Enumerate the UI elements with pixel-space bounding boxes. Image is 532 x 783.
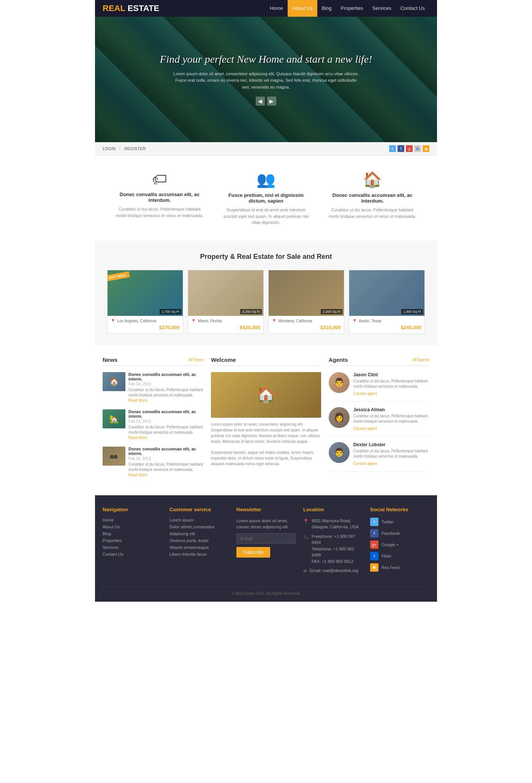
property-card-1[interactable]: HOT DEAL 2,700 Sq Ft 📍 Los Angeles, Cali… — [107, 270, 183, 334]
nav-home[interactable]: Home — [265, 0, 288, 17]
agent-item-2: 👩 Jessica Alman Curabitur ut dui lacus. … — [329, 407, 429, 437]
agent-text-2: Curabitur ut dui lacus. Pellentesque hab… — [353, 414, 429, 424]
footer-cs-5[interactable]: Aliquet semperaugue — [169, 545, 229, 550]
feature-2-title: Fusce pretium, nisl et dignissim dictum,… — [220, 192, 312, 204]
hero-prev-arrow[interactable]: ◀ — [256, 97, 265, 106]
welcome-header: Welcome — [211, 357, 321, 366]
hot-deal-badge-1: HOT DEAL — [108, 271, 130, 281]
main-nav: Home About Us Blog Properties Services C… — [265, 0, 429, 17]
footer-newsletter-text: Lorem ipsum dolor sit amet, consec tetue… — [236, 518, 296, 530]
property-info-3: 📍 Montarey, California $310,000 — [269, 316, 344, 333]
footer-nav-home[interactable]: Home — [103, 518, 162, 522]
news-item-1-title: Donec convallis accumsan elit, ac interm… — [128, 372, 203, 381]
login-link[interactable]: LOGIN — [103, 146, 116, 151]
news-item-1: 🏠 Donec convallis accumsan elit, ac inte… — [103, 372, 203, 403]
property-card-3[interactable]: 2,200 Sq Ft 📍 Montarey, California $310,… — [268, 270, 344, 334]
social-rss-row: ◉ Rss Feed — [370, 563, 429, 572]
toolbar-twitter-icon[interactable]: t — [389, 145, 396, 152]
nav-properties[interactable]: Properties — [336, 0, 368, 17]
toolbar-gplus-icon[interactable]: g — [406, 145, 413, 152]
hero-next-arrow[interactable]: ▶ — [267, 97, 276, 106]
facebook-label[interactable]: Facebook — [382, 531, 400, 536]
property-price-2: $420,000 — [191, 325, 260, 330]
logo-real: REAL — [103, 3, 125, 13]
property-card-2[interactable]: 3,250 Sq Ft 📍 Miami, Florida $420,000 — [188, 270, 264, 334]
social-twitter-row: t Twitter — [370, 518, 429, 526]
feature-3-icon: 🏠 — [327, 171, 418, 189]
property-location-2: 📍 Miami, Florida — [191, 319, 260, 323]
footer-cs-2[interactable]: Dolor sitmet,consectetur — [169, 525, 229, 529]
footer-cs-4[interactable]: Vivamus porta, turpis — [169, 538, 229, 543]
header: REAL ESTATE Home About Us Blog Propertie… — [95, 0, 437, 17]
news-item-3-read-more[interactable]: Read More — [128, 473, 147, 477]
footer-nav-col: Navigation Home About Us Blog Properties… — [103, 507, 162, 577]
news-item-2-read-more[interactable]: Read More — [128, 436, 147, 440]
toolbar-flickr-icon[interactable]: ⁂ — [414, 145, 421, 152]
newsletter-subscribe-button[interactable]: Subscribe — [236, 547, 270, 558]
flickr-label[interactable]: Flickr — [382, 554, 391, 558]
agent-photo-1: 👨 — [329, 372, 350, 393]
social-facebook-row: f Facebook — [370, 529, 429, 537]
register-link[interactable]: REGISTER — [124, 146, 146, 151]
lower-section: News All News 🏠 Donec convallis accumsan… — [95, 345, 437, 495]
agent-info-1: Jason Clint Curabitur ut dui lacus. Pell… — [353, 372, 429, 396]
footer-copyright: © Real Estate 2013. All Rights Reserved. — [103, 586, 429, 596]
nav-contact-us[interactable]: Contact Us — [396, 0, 429, 17]
property-price-4: $240,000 — [352, 325, 421, 330]
welcome-title: Welcome — [211, 357, 236, 363]
twitter-label[interactable]: Twitter — [382, 520, 394, 524]
news-item-3-date: Feb 14, 2013 — [128, 456, 203, 461]
newsletter-email-input[interactable] — [236, 533, 296, 544]
nav-services[interactable]: Services — [368, 0, 396, 17]
agent-info-2: Jessica Alman Curabitur ut dui lacus. Pe… — [353, 407, 429, 431]
gplus-icon: g+ — [370, 540, 378, 549]
footer-nav-contact[interactable]: Contact Us — [103, 552, 162, 556]
property-info-1: 📍 Los Angeles, California $370,000 — [108, 316, 183, 333]
agent-text-1: Curabitur ut dui lacus. Pellentesque hab… — [353, 379, 429, 389]
rss-label[interactable]: Rss Feed — [382, 565, 399, 570]
property-card-4[interactable]: 1,900 Sq Ft 📍 Austin, Texas $240,000 — [349, 270, 425, 334]
footer-social-col: Social Networks t Twitter f Facebook g+ … — [370, 507, 429, 577]
pin-icon-3: 📍 — [272, 319, 276, 323]
all-agents-link[interactable]: All Agents — [413, 358, 429, 362]
news-item-1-read-more[interactable]: Read More — [128, 398, 147, 403]
agent-contact-2[interactable]: Contact agent — [353, 426, 377, 431]
agent-name-2: Jessica Alman — [353, 407, 429, 412]
agent-contact-3[interactable]: Contact agent — [353, 461, 377, 466]
agent-contact-1[interactable]: Contact agent — [353, 392, 377, 396]
pin-icon-1: 📍 — [111, 319, 115, 323]
gplus-label[interactable]: Google + — [382, 542, 399, 547]
welcome-image: 🏠 — [211, 372, 321, 418]
news-item-2-date: Feb 14, 2013 — [128, 419, 203, 423]
footer-cs-6[interactable]: Libero lobortis lacus — [169, 552, 229, 556]
logo: REAL ESTATE — [103, 3, 159, 13]
footer-address: 📍 9001 Marmora Road, Glasgow, California… — [303, 518, 363, 530]
all-news-link[interactable]: All News — [188, 358, 203, 362]
footer-newsletter-col: Newsletter Lorem ipsum dolor sit amet, c… — [236, 507, 296, 577]
toolbar-facebook-icon[interactable]: f — [397, 145, 404, 152]
footer-customer-col: Customer service Lorem ipsum Dolor sitme… — [169, 507, 229, 577]
nav-blog[interactable]: Blog — [317, 0, 336, 17]
feature-3: 🏠 Donec convallis accumsan elit, ac inte… — [327, 171, 418, 226]
toolbar-rss-icon[interactable]: ◉ — [423, 145, 429, 152]
footer-cs-3[interactable]: Adipiscing elit — [169, 531, 229, 536]
footer-nav-properties[interactable]: Properties — [103, 538, 162, 543]
footer-cs-1[interactable]: Lorem ipsum — [169, 518, 229, 522]
footer-nav-blog[interactable]: Blog — [103, 531, 162, 536]
agents-column: Agents All Agents 👨 Jason Clint Curabitu… — [329, 357, 429, 484]
nav-about-us[interactable]: About Us — [288, 0, 317, 17]
features-section: 🏷 Donec convallis accumsan elit, ac inte… — [95, 155, 437, 241]
email-icon: ✉ — [303, 568, 307, 574]
news-title: News — [103, 357, 117, 363]
property-location-1: 📍 Los Angeles, California — [111, 319, 180, 323]
toolbar: LOGIN | REGISTER t f g ⁂ ◉ — [95, 142, 437, 155]
sqft-badge-4: 1,900 Sq Ft — [401, 309, 423, 314]
welcome-column: Welcome 🏠 Lorem ipsum dolor sit amet, co… — [211, 357, 321, 484]
feature-1-icon: 🏷 — [114, 171, 205, 188]
footer-nav-services[interactable]: Services — [103, 545, 162, 550]
footer-nav-about[interactable]: About Us — [103, 525, 162, 529]
footer-email: ✉ Email: mail@demolink.org — [303, 567, 363, 574]
news-thumb-2: 🏡 — [103, 409, 125, 428]
welcome-text-2: Suspendisse laoreet, augue vel mattis so… — [211, 450, 321, 467]
welcome-text-1: Lorem ipsum dolor sit amet, consectetur … — [211, 422, 321, 444]
